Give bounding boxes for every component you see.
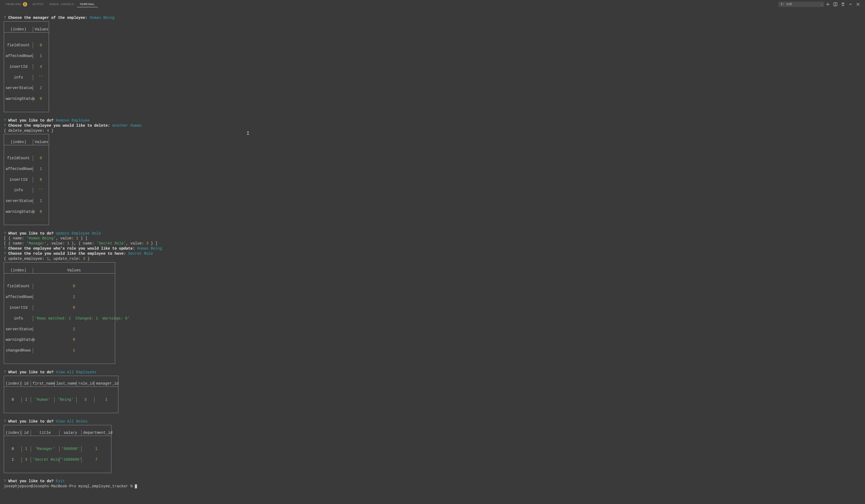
th: department_id (82, 430, 111, 436)
td: 1 (33, 294, 115, 300)
split-panel-icon (833, 2, 838, 7)
terminal-cursor (135, 484, 137, 489)
td: 'Rows matched: 1 Changed: 1 Warnings: 0' (33, 316, 115, 321)
td: 2 (33, 327, 115, 332)
obj-text: { update_employee: (4, 257, 47, 261)
arr-text: } ] (78, 236, 88, 241)
arr-num: 1 (76, 236, 78, 241)
panel-tabs: PROBLEMS 1 OUTPUT DEBUG CONSOLE TERMINAL… (0, 0, 865, 9)
td: 'Human' (31, 397, 55, 402)
obj-val: 4 (47, 129, 49, 133)
employees-table: (index) id first_name last_name role_id … (4, 376, 118, 413)
arr-num: 1 (67, 241, 69, 246)
answer-secret-role: Secret Role (128, 251, 153, 256)
prompt-what-do-7: What you like to do? (8, 370, 54, 374)
answer-remove-employee: Remove Employee (56, 118, 90, 122)
tab-debug-console[interactable]: DEBUG CONSOLE (47, 2, 77, 7)
td: 2 (33, 85, 49, 91)
answer-another-human: Another Human (112, 124, 141, 128)
result-table-3: (index)Values fieldCount0 affectedRows1 … (4, 262, 115, 364)
arr-text: } ] (149, 241, 158, 246)
prompt-choose-delete: Choose the employee you would like to de… (8, 124, 110, 128)
td: 4 (33, 64, 49, 70)
td: 1 (82, 446, 111, 452)
th-values: Values (33, 268, 115, 273)
terminal-output[interactable]: ? Choose the manager of the employee: Hu… (0, 9, 865, 491)
answer-exit: Exit (56, 479, 65, 483)
answer-human-being: Human Being (90, 15, 114, 20)
td: warningStatus (4, 209, 33, 215)
tab-problems[interactable]: PROBLEMS 1 (3, 1, 30, 8)
arr-text: [ { name: (4, 236, 26, 241)
obj-text: } (85, 257, 90, 261)
obj-text: { delete_employee: (4, 129, 47, 133)
td: 2 (33, 198, 49, 204)
td: fieldCount (4, 43, 33, 48)
result-table-2: (index)Values fieldCount0 affectedRows1 … (4, 134, 49, 225)
close-panel-button[interactable] (854, 1, 862, 8)
td: 1 (22, 397, 31, 402)
td: 1 (22, 446, 31, 452)
td: 1 (94, 397, 118, 402)
prompt-choose-update-emp: Choose the employee who's role you would… (8, 246, 135, 251)
split-terminal-button[interactable] (832, 1, 839, 8)
td: insertId (4, 305, 33, 310)
td: warningStatus (4, 96, 33, 102)
arr-str: 'Manager' (26, 241, 47, 246)
prompt-what-do-2: What you like to do? (8, 118, 54, 122)
td: '' (33, 75, 49, 80)
tab-terminal[interactable]: TERMINAL (77, 2, 98, 7)
td: 0 (33, 337, 115, 343)
td: 'Manager' (31, 446, 59, 452)
answer-update-role: Update Employee Role (56, 231, 101, 236)
kill-terminal-button[interactable] (839, 1, 847, 8)
td: 0 (33, 155, 49, 161)
arr-text: }, { name: (69, 241, 96, 246)
th: last_name (55, 381, 77, 386)
roles-table: (index) id title salary department_id 0 … (4, 425, 112, 473)
answer-view-employees: View All Employees (56, 370, 96, 374)
th-index: (index) (4, 139, 33, 145)
td: 3 (22, 457, 31, 462)
obj-text: , update_role: (49, 257, 83, 261)
td: serverStatus (4, 198, 33, 204)
arr-str: 'Secret Role' (96, 241, 126, 246)
td: 0 (4, 397, 22, 402)
td: 1 (33, 166, 49, 172)
td: serverStatus (4, 85, 33, 91)
td: warningStatus (4, 337, 33, 343)
td: 'Secret Role' (31, 457, 59, 462)
td: insertId (4, 177, 33, 183)
td: 0 (4, 446, 22, 452)
th: (index) (4, 381, 22, 386)
th-index: (index) (4, 268, 33, 273)
terminal-select-label: 1: zsh (778, 2, 824, 7)
prompt-what-do-4: What you like to do? (8, 231, 54, 236)
new-terminal-button[interactable] (824, 1, 832, 8)
maximize-panel-button[interactable] (847, 1, 854, 8)
arr-str: 'Human Being' (26, 236, 56, 241)
problems-badge: 1 (23, 2, 27, 7)
th: (index) (4, 430, 22, 436)
arr-text: [ { name: (4, 241, 26, 246)
td: 1 (4, 457, 22, 462)
th-values: Values (33, 27, 49, 32)
td: 0 (33, 43, 49, 48)
td: fieldCount (4, 283, 33, 289)
th: title (31, 430, 59, 436)
terminal-selector[interactable]: 1: zsh ⌄ (778, 2, 824, 7)
td: 'Being' (55, 397, 77, 402)
plus-icon (826, 2, 830, 7)
td: fieldCount (4, 155, 33, 161)
td: 0 (33, 283, 115, 289)
td: serverStatus (4, 327, 33, 332)
result-table-1: (index)Values fieldCount0 affectedRows1 … (4, 21, 49, 112)
trash-icon (841, 2, 845, 7)
td: '' (33, 187, 49, 193)
th: id (22, 430, 31, 436)
th: manager_id (94, 381, 118, 386)
arr-text: , value: (56, 236, 76, 241)
td: affectedRows (4, 166, 33, 172)
tab-output[interactable]: OUTPUT (30, 2, 47, 7)
td: info (4, 75, 33, 80)
